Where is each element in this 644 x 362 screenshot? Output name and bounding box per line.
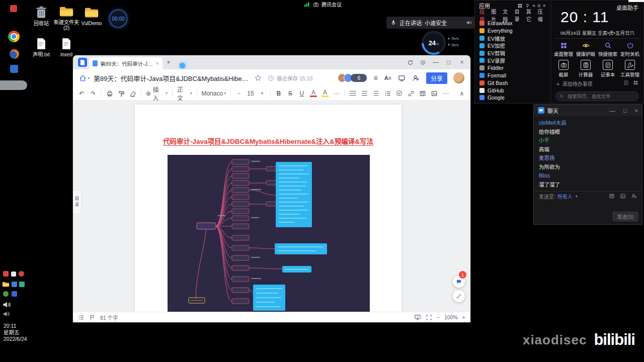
chat-maximize-icon[interactable]: □ (623, 108, 627, 114)
home-caret-icon[interactable]: ▾ (88, 76, 90, 80)
insert-menu[interactable]: ⊕ 插入▾ (146, 85, 168, 102)
chat-message-list[interactable]: cloMe#大启 给你插眼 小千 高端 麦思扬 为所欲为 Bliss 溜了溜了 (534, 116, 642, 189)
zoom-in-button[interactable]: + (462, 314, 465, 320)
insert-image-icon[interactable] (431, 90, 438, 97)
chat-image-icon[interactable] (620, 193, 626, 199)
new-tab-button[interactable]: + (167, 58, 171, 66)
send-to-caret-icon[interactable]: ▾ (576, 194, 578, 199)
format-painter-icon[interactable] (118, 90, 125, 97)
menu-icon[interactable]: ≡ (373, 74, 377, 82)
collapse-toolbar-icon[interactable]: ∧ (458, 90, 465, 97)
app-list-item[interactable]: Google (475, 94, 550, 102)
assistant-feature-eyecare[interactable]: 健康护眼 (575, 42, 597, 57)
tray-folder-icon[interactable] (2, 281, 10, 288)
sync-icon[interactable] (407, 59, 414, 66)
present-mode-icon[interactable] (398, 74, 406, 82)
tray-icon[interactable] (3, 271, 9, 277)
smart-format-icon[interactable]: A≡ (384, 75, 391, 81)
window-maximize-button[interactable]: □ (445, 59, 452, 66)
insert-table-icon[interactable] (419, 90, 426, 97)
desktop-icon-recycle-bin[interactable]: 回收站 (28, 5, 54, 26)
share-button[interactable]: 分享 (426, 72, 447, 84)
volume-muted-tray-icon[interactable] (3, 310, 10, 318)
bold-icon[interactable]: B (275, 90, 282, 97)
font-size-decrease-icon[interactable]: − (235, 90, 243, 96)
tray-icon[interactable] (19, 282, 25, 287)
align-center-icon[interactable] (361, 91, 368, 96)
app-panel-tab[interactable]: 其它 (526, 8, 534, 23)
zoom-out-button[interactable]: − (437, 314, 440, 320)
desktop-icon-inxed[interactable]: inxed (53, 37, 79, 57)
app-list-item[interactable]: EV剪辑 (475, 49, 550, 57)
more-tools-icon[interactable]: ⋯ (442, 90, 449, 97)
tray-icon[interactable] (19, 271, 24, 277)
font-family-select[interactable]: Monaco▾ (202, 90, 226, 97)
app-list-item[interactable]: EV加密 (475, 42, 550, 49)
todo-list-icon[interactable] (623, 80, 629, 85)
chat-member-icon[interactable] (631, 193, 637, 199)
insert-link-icon[interactable] (408, 90, 415, 97)
bookmark-flag-icon[interactable] (89, 314, 96, 321)
app-list-item[interactable]: GitHub (475, 86, 550, 94)
firefox-icon[interactable] (10, 49, 19, 59)
desktop-red-app-icon[interactable] (10, 5, 17, 12)
add-todo-button[interactable]: + 添加待办事项 (556, 80, 592, 87)
tray-icon[interactable] (12, 282, 17, 287)
tray-icon[interactable] (12, 291, 17, 297)
clear-format-icon[interactable] (129, 90, 136, 97)
desktop-icon-vuldemo[interactable]: VulDemo (78, 5, 105, 26)
assistant-feature-organize[interactable]: 桌面整理 (552, 42, 575, 57)
desktop-icon-new-folder[interactable]: 新建文件夹 (2) (53, 4, 79, 31)
font-color-icon[interactable]: A (310, 90, 317, 97)
assistant-tool-manager[interactable]: 工具管理 (619, 60, 641, 78)
line-spacing-icon[interactable] (373, 91, 380, 96)
assistant-tool-screenshot[interactable]: 截屏 (552, 60, 575, 78)
underline-icon[interactable]: U (298, 90, 305, 97)
mindmap-image[interactable] (168, 155, 370, 312)
assistant-search-bar[interactable] (555, 92, 639, 101)
app-list-item[interactable]: EV播放 (475, 35, 550, 42)
gear-icon[interactable] (420, 59, 426, 66)
home-icon[interactable] (79, 74, 87, 82)
desktop-icon-txt[interactable]: 声明.txt (28, 37, 54, 57)
minimized-window-strip[interactable] (0, 80, 27, 90)
app-panel-tab[interactable]: 压缩 (538, 8, 545, 23)
send-to-select[interactable]: 所有人 (557, 193, 573, 200)
zoom-level[interactable]: 100% (444, 314, 458, 320)
assistant-search-input[interactable] (567, 93, 635, 100)
present-icon[interactable] (414, 314, 421, 321)
strikethrough-icon[interactable]: S (287, 90, 294, 97)
font-size-value[interactable]: 15 (247, 90, 254, 97)
more-text-format-icon[interactable]: ⋯ (333, 90, 340, 97)
volume-tray-icon[interactable] (2, 300, 11, 309)
chat-send-button[interactable]: 发送(S) (613, 212, 638, 221)
star-icon[interactable] (255, 74, 262, 81)
user-avatar[interactable] (453, 72, 464, 83)
highlight-color-icon[interactable]: A (321, 90, 329, 97)
outline-icon[interactable] (78, 314, 85, 321)
tab-close-icon[interactable]: × (156, 60, 159, 66)
fullscreen-icon[interactable] (426, 314, 432, 321)
chrome-icon[interactable] (8, 31, 20, 42)
document-tab[interactable]: 第89天：代码审计-Java... × (89, 57, 163, 69)
tray-icon[interactable] (11, 272, 16, 277)
meeting-indicator[interactable]: 腾讯会议 (304, 1, 342, 8)
paragraph-style-select[interactable]: 正文▾ (177, 85, 192, 102)
app-panel-tab[interactable]: 目录 (515, 8, 522, 23)
speaking-toast[interactable]: 正在讲话: 小迪安全 (386, 17, 476, 29)
invite-member-icon[interactable] (412, 74, 420, 82)
undo-icon[interactable]: ↶ (78, 90, 85, 97)
tencent-docs-logo[interactable] (78, 58, 87, 67)
collaborator-count-badge[interactable]: 6 (351, 74, 367, 82)
meeting-timer[interactable]: 00:00 (109, 9, 128, 28)
feedback-float-button[interactable] (453, 290, 465, 302)
chat-folder-icon[interactable] (609, 193, 615, 199)
app-list-item[interactable]: Everything (475, 27, 550, 35)
bullet-list-icon[interactable] (384, 90, 391, 97)
performance-gauge[interactable]: 24 % (422, 31, 446, 55)
window-minimize-button[interactable]: — (432, 59, 439, 66)
font-size-increase-icon[interactable]: + (259, 90, 266, 96)
todo-grid-icon[interactable] (633, 80, 638, 85)
assistant-feature-shutdown[interactable]: 定时关机 (619, 42, 641, 57)
document-page[interactable]: 代码审计-Java项目&JDBC&Mybatis&Hibernate&注入&预编… (135, 105, 401, 312)
